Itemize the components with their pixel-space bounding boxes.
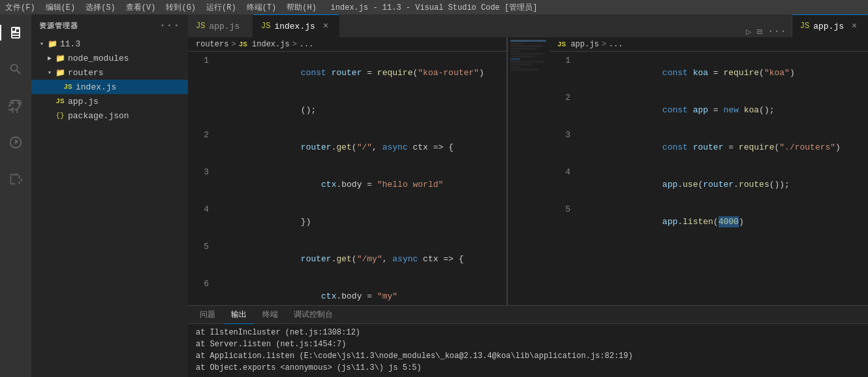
right-code-line-4: 4 app.use(router.routes());: [550, 166, 868, 203]
debug-icon[interactable]: [0, 127, 31, 158]
terminal-line-2: at Server.listen (net.js:1454:7): [196, 338, 860, 350]
menu-view[interactable]: 查看(V): [126, 2, 156, 13]
line-num-1b: [188, 91, 219, 129]
tab-close-indexjs[interactable]: ×: [320, 21, 331, 31]
folder-icon-routers: 📁: [55, 67, 65, 78]
tab-js-icon-appjs-right: JS: [800, 22, 809, 31]
menu-goto[interactable]: 转到(G): [166, 2, 196, 13]
tree-label-11-3: 11.3: [60, 39, 80, 49]
tree-item-routers[interactable]: ▾ 📁 routers: [31, 65, 188, 80]
menu-file[interactable]: 文件(F): [5, 2, 35, 13]
left-breadcrumb: routers > JS index.js > ...: [188, 37, 506, 52]
extensions-icon[interactable]: [0, 163, 31, 195]
right-code-editor[interactable]: 1 const koa = require("koa") 2 const app…: [550, 52, 868, 305]
menu-run[interactable]: 运行(R): [206, 2, 236, 13]
menu-edit[interactable]: 编辑(E): [46, 2, 76, 13]
right-line-num-4: 4: [550, 166, 581, 203]
menu-select[interactable]: 选择(S): [85, 2, 116, 13]
left-code-lines: 1 const router = require("koa-router") (…: [188, 52, 506, 305]
code-line-4: 4 }): [188, 203, 506, 240]
terminal-line-1: at IlstenIncluster (net.js:1308:12): [196, 327, 860, 338]
tab-app-js-left[interactable]: JS app.js: [188, 14, 253, 37]
tab-app-js-right[interactable]: JS app.js ×: [792, 14, 868, 37]
right-code-line-2: 2 const app = new koa();: [550, 91, 868, 129]
split-editor-icon[interactable]: ⊟: [757, 26, 762, 37]
more-actions-icon[interactable]: ···: [767, 25, 786, 37]
breadcrumb-sep1: >: [231, 40, 236, 49]
tab-bar-top: JS app.js JS index.js × ▷ ⊟ ··· JS app.j…: [188, 14, 868, 37]
main-container: 资源管理器 ··· ▾ 📁 11.3 ▶ 📁 node_modules ▾ 📁 …: [0, 14, 868, 377]
right-editor-pane: JS app.js > ... 1 const koa = require("k…: [550, 37, 868, 305]
svg-point-2: [12, 108, 14, 110]
right-breadcrumb-sep: >: [602, 40, 606, 49]
right-code-line-1: 1 const koa = require("koa"): [550, 54, 868, 91]
tree-item-11-3[interactable]: ▾ 📁 11.3: [31, 37, 188, 51]
right-code-line-5: 5 app.listen(4000): [550, 203, 868, 240]
line-content-1b: ();: [219, 91, 506, 129]
tree-item-node-modules[interactable]: ▶ 📁 node_modules: [31, 51, 188, 65]
menu-help[interactable]: 帮助(H): [287, 2, 317, 13]
title-bar: 文件(F) 编辑(E) 选择(S) 查看(V) 转到(G) 运行(R) 终端(T…: [0, 0, 868, 14]
terminal-line-4: at Object.exports <anonymous> (js\11.3\)…: [196, 362, 860, 374]
code-line-1: 1 const router = require("koa-router"): [188, 54, 506, 91]
tree-item-app-js[interactable]: ▶ JS app.js: [31, 94, 188, 108]
tree-arrow-routers: ▾: [44, 67, 55, 78]
source-control-icon[interactable]: [0, 90, 31, 122]
svg-point-1: [18, 102, 20, 105]
code-line-1b: ();: [188, 91, 506, 129]
terminal-content: at IlstenIncluster (net.js:1308:12) at S…: [188, 324, 868, 377]
tab-js-icon-appjs: JS: [196, 22, 205, 31]
code-line-6: 6 ctx.body = "my": [188, 278, 506, 305]
right-line-content-4: app.use(router.routes());: [581, 166, 868, 203]
sidebar-more-button[interactable]: ···: [159, 20, 180, 31]
right-line-content-1: const koa = require("koa"): [581, 54, 868, 91]
right-line-num-3: 3: [550, 129, 581, 166]
breadcrumb-routers: routers: [196, 40, 228, 49]
breadcrumb-indexjs: JS index.js: [239, 40, 290, 49]
sidebar-title: 资源管理器: [39, 21, 78, 31]
tab-label-indexjs: index.js: [274, 22, 315, 31]
right-line-num-2: 2: [550, 91, 581, 129]
files-icon[interactable]: [0, 17, 31, 48]
tab-bar-actions[interactable]: ▷ ⊟ ···: [741, 25, 792, 37]
js-icon-index: JS: [63, 82, 73, 92]
search-icon[interactable]: [0, 54, 31, 85]
menu-terminal[interactable]: 终端(T): [247, 2, 277, 13]
js-icon-app: JS: [55, 96, 65, 107]
tree-label-node-modules: node_modules: [68, 54, 129, 63]
menu-bar[interactable]: 文件(F) 编辑(E) 选择(S) 查看(V) 转到(G) 运行(R) 终端(T…: [5, 2, 317, 13]
terminal-panel: 问题 输出 终端 调试控制台 at IlstenIncluster (net.j…: [188, 305, 868, 377]
sidebar-header: 资源管理器 ···: [31, 14, 188, 37]
terminal-tab-problems[interactable]: 问题: [193, 306, 222, 324]
line-content-6: ctx.body = "my": [219, 278, 506, 305]
tree-label-app-js: app.js: [68, 97, 99, 107]
right-line-content-5: app.listen(4000): [581, 203, 868, 240]
terminal-tab-output[interactable]: 输出: [225, 306, 253, 324]
line-num-2: 2: [188, 129, 219, 166]
breadcrumb-dots: ...: [300, 40, 314, 49]
terminal-tab-terminal[interactable]: 终端: [256, 306, 285, 324]
terminal-tabs: 问题 输出 终端 调试控制台: [188, 306, 868, 324]
left-minimap: [507, 37, 546, 305]
tab-close-appjs-right[interactable]: ×: [849, 21, 860, 31]
editor-area: JS app.js JS index.js × ▷ ⊟ ··· JS app.j…: [188, 14, 868, 377]
run-icon[interactable]: ▷: [746, 26, 751, 37]
right-code-line-3: 3 const router = require("./routers"): [550, 129, 868, 166]
tree-label-package-json: package.json: [68, 111, 129, 121]
terminal-tab-debug[interactable]: 调试控制台: [287, 306, 339, 324]
tab-index-js[interactable]: JS index.js ×: [253, 14, 339, 37]
code-line-3: 3 ctx.body = "hello world": [188, 166, 506, 203]
left-code-editor[interactable]: 1 const router = require("koa-router") (…: [188, 52, 506, 305]
folder-icon-node-modules: 📁: [55, 53, 65, 63]
window-title: index.js - 11.3 - Visual Studio Code [管理…: [331, 2, 538, 13]
breadcrumb-sep2: >: [292, 40, 297, 49]
right-code-lines: 1 const koa = require("koa") 2 const app…: [550, 52, 868, 243]
tree-arrow-11-3: ▾: [37, 39, 47, 49]
tree-item-package-json[interactable]: ▶ {} package.json: [31, 108, 188, 123]
tree-label-routers: routers: [68, 68, 104, 78]
line-num-1: 1: [188, 54, 219, 91]
tree-item-index-js[interactable]: ▶ JS index.js: [31, 80, 188, 94]
right-line-num-5: 5: [550, 203, 581, 240]
code-line-5: 5 router.get("/my", async ctx => {: [188, 240, 506, 278]
line-num-3: 3: [188, 166, 219, 203]
